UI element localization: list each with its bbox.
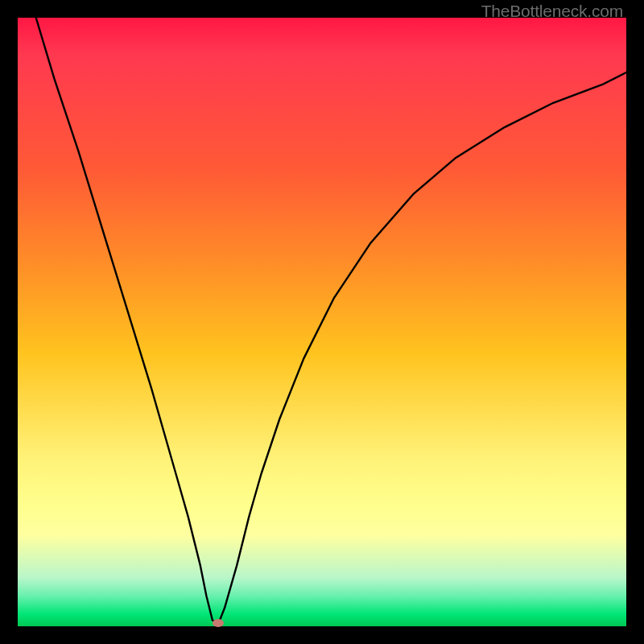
- bottleneck-curve: [18, 18, 626, 626]
- optimal-point-marker: [213, 619, 224, 627]
- chart-plot-area: [18, 18, 626, 626]
